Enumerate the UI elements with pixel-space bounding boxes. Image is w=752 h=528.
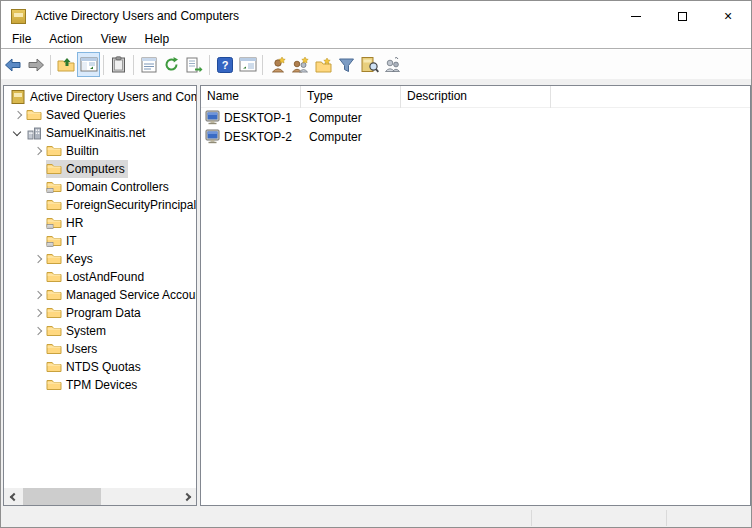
find-icon	[361, 56, 379, 73]
help-icon: ?	[217, 57, 233, 73]
find-button[interactable]	[358, 52, 381, 77]
status-bar-separator	[531, 510, 532, 526]
clipboard-icon	[111, 56, 126, 73]
tree-item-foreign-security-principals[interactable]: ForeignSecurityPrincipals	[4, 196, 196, 214]
chevron-spacer	[30, 178, 46, 196]
tree-item-users[interactable]: Users	[4, 340, 196, 358]
tree-item-system[interactable]: System	[4, 322, 196, 340]
result-list-panel: Name Type Description DESKTOP-1 Computer…	[200, 85, 751, 506]
properties-button[interactable]	[137, 52, 160, 77]
new-ou-button[interactable]	[312, 52, 335, 77]
ou-folder-icon	[46, 233, 62, 249]
chevron-spacer	[30, 196, 46, 214]
toolbar-separator	[262, 55, 263, 75]
chevron-down-icon[interactable]	[10, 124, 26, 142]
toolbar-separator	[133, 55, 134, 75]
folder-icon	[46, 143, 62, 159]
forward-button[interactable]	[24, 52, 47, 77]
export-list-button[interactable]	[183, 52, 206, 77]
show-console-tree-button[interactable]	[77, 52, 100, 77]
refresh-button[interactable]	[160, 52, 183, 77]
console-app-icon	[11, 9, 26, 24]
horizontal-scrollbar[interactable]	[4, 488, 196, 505]
new-user-icon	[269, 56, 287, 73]
toolbar-separator	[103, 55, 104, 75]
chevron-right-icon[interactable]	[30, 304, 46, 322]
scroll-right-arrow-icon[interactable]	[179, 488, 196, 505]
tree-item-computers[interactable]: Computers	[4, 160, 196, 178]
close-button[interactable]: ×	[705, 1, 751, 31]
scrollbar-thumb[interactable]	[23, 488, 101, 505]
new-group-icon	[291, 56, 310, 73]
computer-type: Computer	[301, 108, 401, 127]
back-button[interactable]	[1, 52, 24, 77]
list-item-desktop-2[interactable]: DESKTOP-2 Computer	[201, 127, 750, 146]
properties-icon	[141, 57, 157, 73]
maximize-icon	[678, 12, 687, 21]
column-header-description[interactable]: Description	[401, 86, 551, 108]
tree-item-program-data[interactable]: Program Data	[4, 304, 196, 322]
tree-item-root[interactable]: Active Directory Users and Computers	[4, 88, 196, 106]
chevron-spacer	[30, 160, 46, 178]
menu-file[interactable]: File	[3, 31, 40, 49]
minimize-button[interactable]	[613, 1, 659, 31]
chevron-right-icon[interactable]	[30, 250, 46, 268]
computer-icon	[205, 110, 221, 125]
tree-item-ntds-quotas[interactable]: NTDS Quotas	[4, 358, 196, 376]
back-icon	[4, 57, 22, 73]
tree-item-lostandfound[interactable]: LostAndFound	[4, 268, 196, 286]
column-header-name[interactable]: Name	[201, 86, 301, 108]
tree-item-domain[interactable]: SamuelKinaitis.net	[4, 124, 196, 142]
chevron-right-icon[interactable]	[10, 106, 26, 124]
tree-item-keys[interactable]: Keys	[4, 250, 196, 268]
chevron-spacer	[30, 232, 46, 250]
computer-name: DESKTOP-1	[224, 111, 292, 125]
svg-text:?: ?	[221, 59, 228, 71]
list-header: Name Type Description	[201, 86, 750, 108]
chevron-right-icon[interactable]	[30, 142, 46, 160]
menu-view[interactable]: View	[92, 31, 136, 49]
selected-tree-item[interactable]: Computers	[46, 160, 128, 178]
up-one-level-button[interactable]	[54, 52, 77, 77]
new-group-button[interactable]	[289, 52, 312, 77]
console-window-button[interactable]	[236, 52, 259, 77]
folder-icon	[46, 251, 62, 267]
window-title: Active Directory Users and Computers	[35, 9, 239, 23]
scrollbar-track[interactable]	[21, 488, 179, 505]
scroll-left-arrow-icon[interactable]	[4, 488, 21, 505]
folder-icon	[46, 287, 62, 303]
tree-item-saved-queries[interactable]: Saved Queries	[4, 106, 196, 124]
title-bar[interactable]: Active Directory Users and Computers ×	[1, 1, 751, 31]
client-area: Active Directory Users and Computers Sav…	[1, 85, 751, 506]
chevron-right-icon[interactable]	[30, 322, 46, 340]
refresh-icon	[163, 56, 180, 73]
tree-item-builtin[interactable]: Builtin	[4, 142, 196, 160]
tree-item-tpm-devices[interactable]: TPM Devices	[4, 376, 196, 394]
folder-icon	[46, 359, 62, 375]
filter-button[interactable]	[335, 52, 358, 77]
new-user-button[interactable]	[266, 52, 289, 77]
clipboard-button[interactable]	[107, 52, 130, 77]
folder-icon	[46, 161, 62, 177]
user-group-icon	[383, 56, 402, 73]
user-group-button[interactable]	[381, 52, 404, 77]
folder-icon	[46, 323, 62, 339]
column-header-type[interactable]: Type	[301, 86, 401, 108]
maximize-button[interactable]	[659, 1, 705, 31]
new-ou-icon	[315, 57, 333, 73]
filter-icon	[338, 57, 355, 73]
tree-item-hr[interactable]: HR	[4, 214, 196, 232]
computer-icon	[205, 129, 221, 144]
status-bar-separator	[666, 510, 667, 526]
tree-item-managed-service-accounts[interactable]: Managed Service Accounts	[4, 286, 196, 304]
chevron-right-icon[interactable]	[30, 286, 46, 304]
tree-item-domain-controllers[interactable]: Domain Controllers	[4, 178, 196, 196]
list-item-desktop-1[interactable]: DESKTOP-1 Computer	[201, 108, 750, 127]
tree-item-it[interactable]: IT	[4, 232, 196, 250]
menu-help[interactable]: Help	[136, 31, 179, 49]
computer-type: Computer	[301, 127, 401, 146]
toolbar-separator	[50, 55, 51, 75]
menu-action[interactable]: Action	[40, 31, 91, 49]
help-button[interactable]: ?	[213, 52, 236, 77]
chevron-spacer	[30, 340, 46, 358]
